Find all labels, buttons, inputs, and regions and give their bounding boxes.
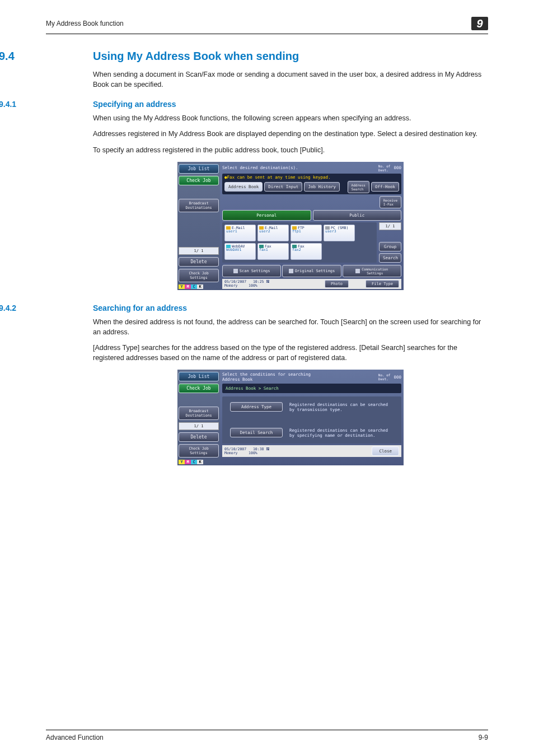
prompt-text: Select desired destination(s).	[222, 165, 298, 170]
photo-tab[interactable]: Photo	[325, 280, 349, 288]
toner-indicator: YMCK	[179, 460, 219, 464]
address-type-hint: Registered destinations can be searched …	[289, 402, 388, 412]
search-button[interactable]: Search	[379, 253, 401, 263]
check-job-button[interactable]: Check Job	[179, 176, 219, 185]
card-name: WebDAV1	[226, 248, 241, 252]
search-prompt-text: Select the conditions for searching Addr…	[222, 372, 311, 382]
footer-left: Advanced Function	[46, 734, 104, 741]
footer-datetime: 05/10/2007 10:38 🖫 Memory 100%	[224, 447, 270, 455]
comm-icon	[355, 269, 360, 273]
header-rule	[46, 34, 488, 34]
detail-search-button[interactable]: Detail Search	[230, 428, 283, 437]
card-name: fax1	[259, 248, 268, 252]
delete-button[interactable]: Delete	[179, 257, 219, 267]
heading-9-4-2: 9.4.2Searching for an address	[46, 304, 488, 312]
card-name: user3	[325, 229, 336, 234]
close-button[interactable]: Close	[372, 446, 399, 456]
detail-search-hint: Registered destinations can be searched …	[289, 428, 388, 438]
tab-address-book[interactable]: Address Book	[224, 182, 263, 192]
address-card[interactable]: E-Mailuser1	[224, 225, 256, 241]
heading-9-4-1: 9.4.1Specifying an address	[46, 100, 488, 109]
job-list-button[interactable]: Job List	[179, 164, 219, 174]
address-card[interactable]: E-Mailuser2	[257, 225, 289, 241]
chapter-badge: 9	[471, 17, 488, 30]
check-job-button[interactable]: Check Job	[179, 384, 219, 393]
address-type-button[interactable]: Address Type	[230, 402, 283, 412]
delete-button[interactable]: Delete	[179, 432, 219, 442]
dest-label: No. of Dest.	[378, 373, 391, 381]
address-card[interactable]: PC (SMB)user3	[324, 225, 355, 241]
dest-count: 000	[394, 165, 401, 170]
screenshot-search: Job List Check Job Broadcast Destination…	[177, 370, 404, 465]
breadcrumb: Address Book > Search	[226, 386, 279, 391]
check-job-settings-button[interactable]: Check Job Settings	[179, 444, 219, 458]
p-9-4-2-b: [Address Type] searches for the address …	[93, 343, 488, 363]
tab-job-history[interactable]: Job History	[304, 182, 340, 192]
p-9-4-1-b: Addresses registered in My Address Book …	[93, 129, 488, 139]
keypad-note: ●Fax can be sent at any time using keypa…	[224, 175, 331, 180]
broadcast-dest-button[interactable]: Broadcast Destinations	[179, 407, 219, 420]
group-button[interactable]: Group	[379, 242, 401, 251]
p-9-4-2-a: When the desired address is not found, t…	[93, 317, 488, 337]
footer-datetime: 05/10/2007 10:25 🖫 Memory 100%	[224, 280, 270, 287]
original-icon	[289, 269, 293, 273]
address-card[interactable]: WebDAVWebDAV1	[224, 243, 256, 260]
address-card[interactable]: Faxfax2	[291, 243, 322, 260]
communication-settings-button[interactable]: Communication Settings	[343, 265, 401, 277]
left-page-indicator: 1/ 1	[179, 422, 219, 430]
tab-direct-input[interactable]: Direct Input	[264, 182, 302, 192]
tab-address-search[interactable]: Address Search	[348, 181, 369, 193]
scan-icon	[233, 269, 238, 273]
cards-page-indicator: 1/ 1	[379, 222, 401, 230]
toner-indicator: YMCK	[179, 284, 219, 289]
mode-personal[interactable]: Personal	[222, 210, 311, 221]
mode-public[interactable]: Public	[313, 210, 402, 221]
card-name: user1	[226, 229, 237, 234]
p-9-4-1-c: To specify an address registered in the …	[93, 145, 488, 155]
running-title: My Address Book function	[46, 20, 124, 27]
receive-ifax-button[interactable]: Receive I-Fax	[380, 196, 401, 208]
dest-label: No. of Dest.	[378, 164, 391, 172]
heading-9-4: 9.4Using My Address Book when sending	[46, 50, 488, 63]
original-settings-button[interactable]: Original Settings	[282, 265, 341, 277]
dest-count: 000	[394, 375, 401, 380]
p-9-4-1-a: When using the My Address Book functions…	[93, 113, 488, 123]
scan-settings-button[interactable]: Scan Settings	[222, 265, 281, 277]
address-cards-area: E-Mailuser1E-Mailuser2FTPftp1PC (SMB)use…	[222, 222, 377, 263]
intro-9-4: When sending a document in Scan/Fax mode…	[93, 69, 488, 90]
check-job-settings-button[interactable]: Check Job Settings	[179, 269, 219, 282]
broadcast-dest-button[interactable]: Broadcast Destinations	[179, 199, 219, 212]
address-card[interactable]: FTPftp1	[291, 225, 322, 241]
tab-off-hook[interactable]: Off-Hook	[371, 182, 399, 192]
screenshot-address-book: Job List Check Job Broadcast Destination…	[177, 162, 404, 290]
file-type-tab[interactable]: File Type	[366, 280, 399, 288]
footer-right: 9-9	[479, 734, 488, 741]
left-page-indicator: 1/ 1	[179, 247, 219, 255]
card-name: user2	[259, 229, 270, 234]
card-name: fax2	[292, 248, 301, 252]
card-name: ftp1	[292, 229, 301, 234]
address-card[interactable]: Faxfax1	[257, 243, 289, 260]
job-list-button[interactable]: Job List	[179, 372, 219, 381]
